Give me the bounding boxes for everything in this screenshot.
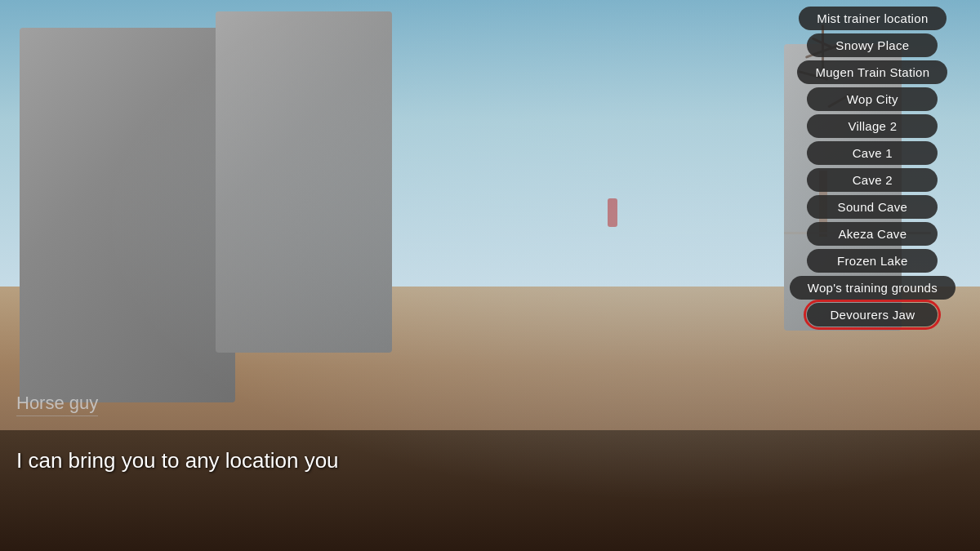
location-btn-mist-trainer-location[interactable]: Mist trainer location bbox=[799, 7, 946, 30]
location-btn-village-2[interactable]: Village 2 bbox=[807, 114, 938, 138]
character-name: Horse guy bbox=[16, 393, 98, 416]
location-btn-akeza-cave[interactable]: Akeza Cave bbox=[807, 222, 938, 246]
location-btn-wops-training-grounds[interactable]: Wop's training grounds bbox=[790, 276, 956, 300]
location-btn-cave-2[interactable]: Cave 2 bbox=[807, 168, 938, 192]
location-btn-sound-cave[interactable]: Sound Cave bbox=[807, 195, 938, 219]
character-figure bbox=[608, 198, 617, 227]
location-btn-cave-1[interactable]: Cave 1 bbox=[807, 141, 938, 165]
location-menu: Mist trainer locationSnowy PlaceMugen Tr… bbox=[790, 7, 956, 327]
location-btn-mugen-train-station[interactable]: Mugen Train Station bbox=[797, 60, 947, 84]
location-btn-snowy-place[interactable]: Snowy Place bbox=[807, 33, 938, 57]
location-btn-frozen-lake[interactable]: Frozen Lake bbox=[807, 249, 938, 273]
location-btn-devourers-jaw[interactable]: Devourers Jaw bbox=[807, 303, 938, 327]
dialog-text: I can bring you to any location you bbox=[16, 448, 339, 473]
character-name-underline bbox=[16, 415, 98, 416]
location-btn-wop-city[interactable]: Wop City bbox=[807, 87, 938, 111]
pillar-left-2 bbox=[216, 11, 392, 353]
pillar-left-1 bbox=[20, 28, 235, 402]
